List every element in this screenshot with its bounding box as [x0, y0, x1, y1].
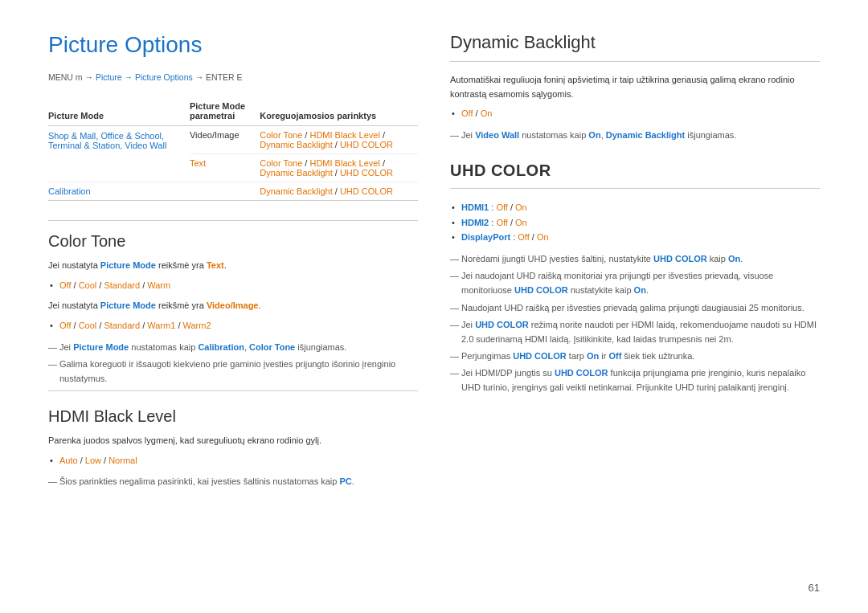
dynamic-backlight-title: Dynamic Backlight — [450, 32, 820, 53]
picture-mode-table: Picture Mode Picture Modeparametrai Kore… — [48, 96, 418, 201]
list-item: DisplayPort : Off / On — [450, 230, 820, 245]
list-item: Jei Video Wall nustatomas kaip On, Dynam… — [450, 128, 820, 142]
list-item: Off / Cool / Standard / Warm1 / Warm2 — [48, 318, 418, 333]
table-cell-mode-1: Shop & Mall, Office & School,Terminal & … — [48, 131, 166, 150]
page-title: Picture Options — [48, 32, 418, 58]
color-tone-divider — [48, 220, 418, 221]
menu-path-suffix: → ENTER E — [193, 72, 243, 82]
list-item: Jei naudojant UHD raišką monitoriai yra … — [450, 268, 820, 297]
table-cell-options-cal: Dynamic Backlight / UHD COLOR — [260, 182, 418, 201]
table-cell-param-cal — [190, 182, 260, 201]
page-number: 61 — [809, 582, 820, 594]
table-header-1: Picture Mode — [48, 96, 190, 126]
color-tone-bullets-2: Off / Cool / Standard / Warm1 / Warm2 — [48, 318, 418, 333]
list-item: Jei Picture Mode nustatomas kaip Calibra… — [48, 340, 418, 354]
list-item: Perjungimas UHD COLOR tarp On ir Off šie… — [450, 349, 820, 363]
uhd-bullets: HDMI1 : Off / On HDMI2 : Off / On Displa… — [450, 200, 820, 245]
list-item: Galima koreguoti ir išsaugoti kiekvieno … — [48, 357, 418, 386]
dynamic-dashes: Jei Video Wall nustatomas kaip On, Dynam… — [450, 128, 820, 142]
table-header-2: Picture Modeparametrai — [190, 96, 260, 126]
list-item: Naudojant UHD raišką per išvesties priev… — [450, 300, 820, 315]
list-item: HDMI2 : Off / On — [450, 215, 820, 231]
menu-path-links: Picture → Picture Options — [96, 72, 193, 82]
color-tone-text2: Jei nustatyta Picture Mode reikšmė yra V… — [48, 299, 418, 313]
table-section: Picture Mode Picture Modeparametrai Kore… — [48, 96, 418, 201]
list-item: Auto / Low / Normal — [48, 453, 418, 468]
table-row: Calibration Dynamic Backlight / UHD COLO… — [48, 182, 418, 201]
right-column: Dynamic Backlight Automatiškai reguliuoj… — [450, 32, 820, 493]
uhd-divider — [450, 188, 820, 189]
color-tone-text1: Jei nustatyta Picture Mode reikšmė yra T… — [48, 259, 418, 273]
table-row: Shop & Mall, Office & School,Terminal & … — [48, 126, 418, 154]
list-item: Jei HDMI/DP jungtis su UHD COLOR funkcij… — [450, 366, 820, 394]
list-item: Jei UHD COLOR režimą norite naudoti per … — [450, 317, 820, 346]
left-column: Picture Options MENU m → Picture → Pictu… — [48, 32, 418, 493]
table-cell-mode-2: Calibration — [48, 182, 190, 201]
hdmi-intro: Parenka juodos spalvos lygmenį, kad sure… — [48, 434, 418, 448]
hdmi-divider — [48, 390, 418, 391]
hdmi-black-level-title: HDMI Black Level — [48, 407, 418, 426]
table-cell-param-text: Text — [190, 154, 260, 182]
uhd-color-title: UHD COLOR — [450, 161, 820, 180]
list-item: Off / On — [450, 106, 820, 121]
color-tone-dashes: Jei Picture Mode nustatomas kaip Calibra… — [48, 340, 418, 386]
list-item: Off / Cool / Standard / Warm — [48, 278, 418, 293]
color-tone-title: Color Tone — [48, 232, 418, 251]
list-item: HDMI1 : Off / On — [450, 200, 820, 215]
menu-path: MENU m → Picture → Picture Options → ENT… — [48, 72, 418, 82]
menu-path-prefix: MENU m → — [48, 72, 96, 82]
list-item: Norėdami įjungti UHD įvesties šaltinį, n… — [450, 251, 820, 266]
dynamic-divider — [450, 61, 820, 62]
table-cell-options-text: Color Tone / HDMI Black Level / Dynamic … — [260, 154, 418, 182]
dynamic-intro: Automatiškai reguliuoja foninį apšvietim… — [450, 73, 820, 101]
table-cell-options-video: Color Tone / HDMI Black Level / Dynamic … — [260, 126, 418, 154]
uhd-dashes: Norėdami įjungti UHD įvesties šaltinį, n… — [450, 251, 820, 394]
hdmi-bullets: Auto / Low / Normal — [48, 453, 418, 468]
table-cell-param-video: Video/Image — [190, 126, 260, 154]
dynamic-bullets: Off / On — [450, 106, 820, 121]
list-item: Šios parinkties negalima pasirinkti, kai… — [48, 474, 418, 488]
color-tone-bullets-1: Off / Cool / Standard / Warm — [48, 278, 418, 293]
table-header-3: Koreguojamosios parinktys — [260, 96, 418, 126]
hdmi-dashes: Šios parinkties negalima pasirinkti, kai… — [48, 474, 418, 488]
